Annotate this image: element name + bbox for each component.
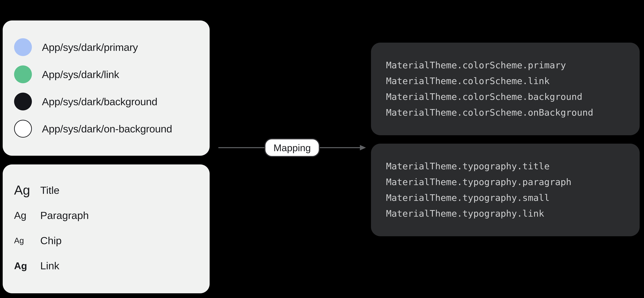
svg-marker-1 xyxy=(360,145,366,150)
mapping-arrow: Mapping xyxy=(218,138,366,158)
colors-card: App/sys/dark/primary App/sys/dark/link A… xyxy=(3,21,210,156)
typography-card: Ag Title Ag Paragraph Ag Chip Ag Link xyxy=(3,164,210,293)
code-line: MaterialTheme.colorScheme.background xyxy=(386,92,624,101)
swatch-primary xyxy=(14,38,32,56)
color-row-on-background: App/sys/dark/on-background xyxy=(14,115,198,142)
color-row-background: App/sys/dark/background xyxy=(14,88,198,115)
code-card-colorscheme: MaterialTheme.colorScheme.primary Materi… xyxy=(371,43,640,135)
typo-label-chip: Chip xyxy=(40,235,62,246)
typo-sample-paragraph: Ag xyxy=(14,210,32,221)
color-row-link: App/sys/dark/link xyxy=(14,61,198,88)
swatch-background xyxy=(14,93,32,110)
color-row-primary: App/sys/dark/primary xyxy=(14,34,198,61)
typo-sample-link: Ag xyxy=(14,260,32,271)
color-label-background: App/sys/dark/background xyxy=(42,96,157,108)
typo-row-chip: Ag Chip xyxy=(14,228,198,253)
code-line: MaterialTheme.colorScheme.onBackground xyxy=(386,108,624,117)
typo-label-paragraph: Paragraph xyxy=(40,209,89,221)
swatch-link xyxy=(14,66,32,83)
typo-label-link: Link xyxy=(40,260,59,272)
code-card-typography: MaterialTheme.typography.title MaterialT… xyxy=(371,144,640,236)
code-line: MaterialTheme.colorScheme.link xyxy=(386,77,624,86)
code-line: MaterialTheme.colorScheme.primary xyxy=(386,61,624,70)
typo-row-link: Ag Link xyxy=(14,253,198,278)
code-line: MaterialTheme.typography.small xyxy=(386,193,624,202)
typo-label-title: Title xyxy=(40,184,60,196)
color-label-link: App/sys/dark/link xyxy=(42,69,119,80)
typo-sample-chip: Ag xyxy=(14,236,32,245)
swatch-on-background xyxy=(14,120,32,138)
typo-row-title: Ag Title xyxy=(14,178,198,203)
mapping-pill: Mapping xyxy=(264,138,320,157)
code-line: MaterialTheme.typography.paragraph xyxy=(386,178,624,187)
code-line: MaterialTheme.typography.link xyxy=(386,209,624,218)
code-line: MaterialTheme.typography.title xyxy=(386,162,624,171)
typo-sample-title: Ag xyxy=(14,183,32,198)
color-label-primary: App/sys/dark/primary xyxy=(42,41,138,53)
color-label-on-background: App/sys/dark/on-background xyxy=(42,123,172,135)
typo-row-paragraph: Ag Paragraph xyxy=(14,203,198,228)
